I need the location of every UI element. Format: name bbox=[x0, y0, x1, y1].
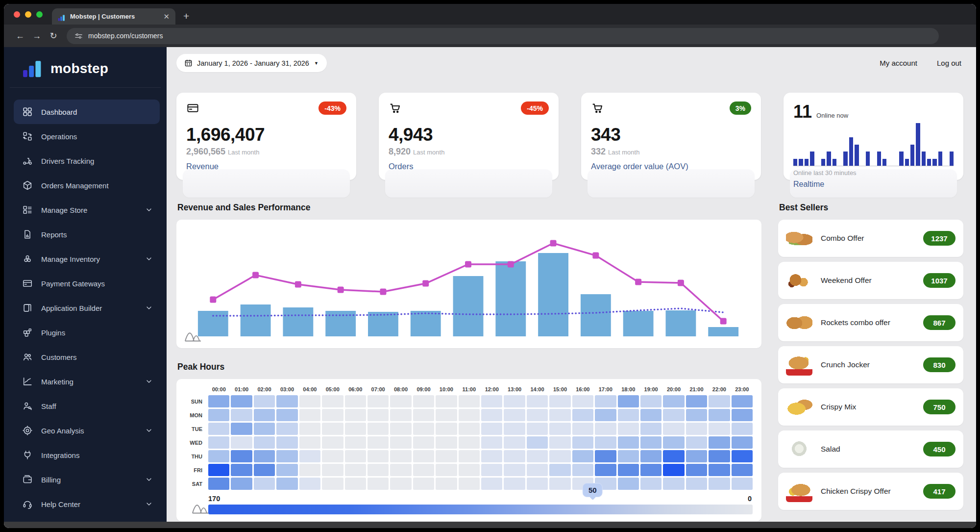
heatmap-threshold-handle[interactable]: 50 bbox=[583, 483, 603, 497]
heatmap-cell bbox=[732, 436, 753, 449]
sidebar-item-staff[interactable]: Staff bbox=[14, 394, 160, 418]
best-seller-item[interactable]: Combo Offer1237 bbox=[778, 220, 963, 257]
heatmap-threshold-slider: 50 bbox=[208, 505, 753, 514]
best-seller-count-badge: 750 bbox=[923, 400, 956, 414]
date-range-picker[interactable]: January 1, 2026 - January 31, 2026 ▼ bbox=[176, 54, 327, 72]
hour-label: 03:00 bbox=[276, 386, 297, 394]
heatmap-cell bbox=[413, 409, 434, 421]
hour-label: 21:00 bbox=[686, 386, 707, 394]
sidebar-item-drivers-tracking[interactable]: Drivers Tracking bbox=[14, 149, 160, 173]
browser-tab[interactable]: Mobstep | Customers ✕ bbox=[52, 8, 175, 25]
close-window-button[interactable] bbox=[14, 11, 20, 18]
kpi-previous: 332Last month bbox=[591, 147, 751, 157]
best-seller-item[interactable]: Crunch Jocker830 bbox=[778, 346, 963, 383]
back-button[interactable]: ← bbox=[12, 31, 28, 41]
sidebar-item-orders-management[interactable]: Orders Management bbox=[14, 173, 160, 198]
sidebar-item-geo-analysis[interactable]: Geo Analysis bbox=[14, 418, 160, 443]
aov-link[interactable]: Average order value (AOV) bbox=[591, 162, 751, 171]
heatmap-cell bbox=[709, 464, 730, 476]
sidebar-item-dashboard[interactable]: Dashboard bbox=[14, 100, 160, 124]
heatmap-cell bbox=[390, 450, 411, 462]
sketch-squiggle-icon bbox=[192, 501, 224, 514]
chevron-down-icon bbox=[145, 500, 153, 508]
site-settings-icon[interactable] bbox=[74, 32, 83, 40]
best-seller-item[interactable]: Salad450 bbox=[778, 431, 963, 468]
sidebar-item-operations[interactable]: Operations bbox=[14, 124, 160, 149]
best-seller-item[interactable]: Weekend Offer1037 bbox=[778, 262, 963, 299]
revenue-link[interactable]: Revenue bbox=[186, 162, 346, 171]
heatmap-cell bbox=[368, 450, 389, 462]
heatmap-cell bbox=[345, 409, 366, 421]
sidebar-item-integrations[interactable]: Integrations bbox=[14, 443, 160, 467]
new-tab-button[interactable]: + bbox=[183, 11, 189, 21]
best-seller-name: Combo Offer bbox=[821, 234, 923, 243]
heatmap-cell bbox=[618, 436, 639, 449]
heatmap-cell bbox=[390, 478, 411, 490]
hour-label: 22:00 bbox=[709, 386, 730, 394]
heatmap-cell bbox=[208, 464, 229, 476]
heatmap-gradient-legend[interactable] bbox=[208, 505, 753, 514]
sidebar-item-help-center[interactable]: Help Center bbox=[14, 492, 160, 516]
heatmap-cell bbox=[276, 478, 297, 490]
best-seller-name: Salad bbox=[821, 445, 923, 454]
heatmap-cell bbox=[299, 409, 320, 421]
heatmap-cell bbox=[368, 478, 389, 490]
heatmap-cell bbox=[276, 395, 297, 407]
heatmap-cell bbox=[572, 464, 593, 476]
heatmap-cell bbox=[254, 423, 275, 435]
logo[interactable]: mobstep bbox=[4, 47, 167, 87]
sidebar-item-reports[interactable]: Reports bbox=[14, 222, 160, 247]
heatmap-cell bbox=[640, 423, 662, 435]
address-bar[interactable]: mobstep.com/customers bbox=[67, 28, 939, 44]
sidebar-item-payment-gateways[interactable]: Payment Gateways bbox=[14, 271, 160, 296]
hour-label: 02:00 bbox=[254, 386, 275, 394]
sidebar-item-billing[interactable]: Billing bbox=[14, 467, 160, 492]
log-out-link[interactable]: Log out bbox=[937, 59, 961, 67]
orders-link[interactable]: Orders bbox=[389, 162, 549, 171]
heatmap-cell bbox=[640, 450, 662, 462]
realtime-link[interactable]: Realtime bbox=[793, 180, 954, 189]
heatmap-cell bbox=[504, 450, 525, 462]
kpi-card-realtime: 11 Online now Online last 30 minutes Rea… bbox=[784, 93, 963, 180]
heatmap-cell bbox=[709, 395, 730, 407]
heatmap-cell bbox=[436, 436, 457, 449]
heatmap-cell bbox=[527, 436, 548, 449]
staff-key-icon bbox=[22, 401, 33, 411]
best-seller-item[interactable]: Chicken Crispy Offer417 bbox=[778, 473, 963, 510]
heatmap-cell bbox=[345, 436, 366, 449]
heatmap-cell bbox=[368, 436, 389, 449]
sidebar-item-label: Dashboard bbox=[41, 108, 153, 116]
reload-button[interactable]: ↻ bbox=[45, 30, 62, 41]
window-bottom-edge bbox=[4, 522, 976, 528]
best-seller-item[interactable]: Crispy Mix750 bbox=[778, 388, 963, 426]
heatmap-cell bbox=[254, 464, 275, 476]
heatmap-cell bbox=[595, 395, 616, 407]
forward-button[interactable]: → bbox=[28, 31, 45, 41]
minimize-window-button[interactable] bbox=[25, 11, 31, 18]
sidebar-item-plugins[interactable]: Plugins bbox=[14, 320, 160, 345]
best-seller-item[interactable]: Rockets combo offer867 bbox=[778, 304, 963, 341]
heatmap-cell bbox=[549, 464, 570, 476]
sidebar-item-customers[interactable]: Customers bbox=[14, 345, 160, 369]
heatmap-cell bbox=[549, 436, 570, 449]
close-tab-icon[interactable]: ✕ bbox=[162, 12, 171, 21]
sidebar-item-manage-store[interactable]: Manage Store bbox=[14, 198, 160, 222]
tab-title: Mobstep | Customers bbox=[70, 13, 158, 20]
my-account-link[interactable]: My account bbox=[880, 59, 917, 67]
sidebar-item-application-builder[interactable]: Application Builder bbox=[14, 296, 160, 320]
sketch-squiggle-icon bbox=[184, 329, 217, 342]
sidebar-item-label: Plugins bbox=[41, 329, 153, 337]
best-seller-name: Weekend Offer bbox=[821, 276, 923, 285]
maximize-window-button[interactable] bbox=[36, 11, 43, 18]
sidebar-item-manage-inventory[interactable]: Manage Inventory bbox=[14, 247, 160, 271]
sidebar-item-marketing[interactable]: Marketing bbox=[14, 369, 160, 394]
chicken-crispy-photo bbox=[786, 481, 812, 502]
heatmap-cell bbox=[459, 450, 480, 462]
online-minibar bbox=[932, 159, 936, 166]
best-sellers-title: Best Sellers bbox=[779, 203, 963, 213]
heatmap-cell bbox=[572, 436, 593, 449]
hour-label: 12:00 bbox=[481, 386, 502, 394]
heatmap-cell bbox=[504, 464, 525, 476]
heatmap-cell bbox=[732, 409, 753, 421]
heatmap-cell bbox=[231, 464, 252, 476]
